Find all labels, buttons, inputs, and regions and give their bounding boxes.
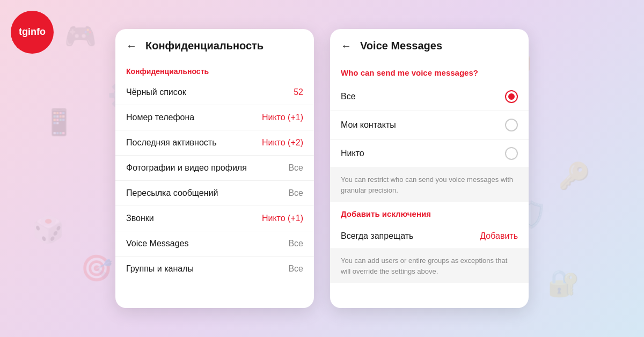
radio-nobody[interactable] — [505, 147, 518, 160]
exceptions-section-label: Добавить исключения — [330, 202, 529, 224]
option-nobody-label: Никто — [341, 149, 364, 158]
voice-messages-item[interactable]: Voice Messages Все — [115, 231, 314, 257]
forwarding-item[interactable]: Пересылка сообщений Все — [115, 181, 314, 206]
photos-item[interactable]: Фотографии и видео профиля Все — [115, 156, 314, 181]
always-forbid-label: Всегда запрещать — [341, 231, 413, 241]
phone-value: Никто (+1) — [262, 113, 303, 122]
last-seen-item[interactable]: Последняя активность Никто (+2) — [115, 130, 314, 156]
voice-messages-value: Все — [288, 239, 303, 248]
right-panel-title: Voice Messages — [360, 40, 442, 52]
calls-label: Звонки — [126, 214, 154, 223]
voice-messages-panel: ← Voice Messages Who can send me voice m… — [330, 29, 529, 308]
groups-item[interactable]: Группы и каналы Все — [115, 257, 314, 281]
restriction-info: You can restrict who can send you voice … — [330, 168, 529, 202]
blacklist-item[interactable]: Чёрный список 52 — [115, 80, 314, 105]
groups-label: Группы и каналы — [126, 264, 194, 274]
forwarding-value: Все — [288, 188, 303, 198]
phone-label: Номер телефона — [126, 113, 194, 122]
left-panel-title: Конфиденциальность — [145, 40, 264, 52]
groups-value: Все — [288, 264, 303, 274]
exceptions-info: You can add users or entire groups as ex… — [330, 249, 529, 283]
logo-text: tginfo — [19, 26, 46, 38]
right-back-button[interactable]: ← — [341, 40, 352, 52]
option-all[interactable]: Все — [330, 83, 529, 111]
background-decoration: 🎮 🔒 📱 🔑 🎯 📡 ⚙️ 🛡️ 🎲 🔐 — [0, 0, 644, 337]
photos-value: Все — [288, 163, 303, 173]
option-all-label: Все — [341, 92, 356, 101]
phone-item[interactable]: Номер телефона Никто (+1) — [115, 105, 314, 130]
who-can-send-label: Who can send me voice messages? — [330, 61, 529, 83]
radio-all[interactable] — [505, 90, 518, 103]
last-seen-value: Никто (+2) — [262, 138, 303, 148]
radio-contacts[interactable] — [505, 119, 518, 131]
privacy-panel: ← Конфиденциальность Конфиденциальность … — [115, 29, 314, 308]
photos-label: Фотографии и видео профиля — [126, 163, 247, 173]
add-exception-button[interactable]: Добавить — [480, 231, 518, 241]
calls-value: Никто (+1) — [262, 214, 303, 223]
last-seen-label: Последняя активность — [126, 138, 216, 148]
option-contacts[interactable]: Мои контакты — [330, 111, 529, 140]
voice-messages-label: Voice Messages — [126, 239, 189, 248]
right-panel-header: ← Voice Messages — [330, 29, 529, 61]
blacklist-label: Чёрный список — [126, 87, 186, 97]
tginfo-logo: tginfo — [11, 11, 54, 54]
privacy-section-label: Конфиденциальность — [115, 61, 314, 80]
left-back-button[interactable]: ← — [126, 40, 137, 52]
forwarding-label: Пересылка сообщений — [126, 188, 218, 198]
option-contacts-label: Мои контакты — [341, 120, 396, 130]
option-nobody[interactable]: Никто — [330, 140, 529, 168]
calls-item[interactable]: Звонки Никто (+1) — [115, 206, 314, 231]
blacklist-value: 52 — [294, 87, 303, 97]
left-panel-header: ← Конфиденциальность — [115, 29, 314, 61]
always-forbid-row: Всегда запрещать Добавить — [330, 224, 529, 249]
